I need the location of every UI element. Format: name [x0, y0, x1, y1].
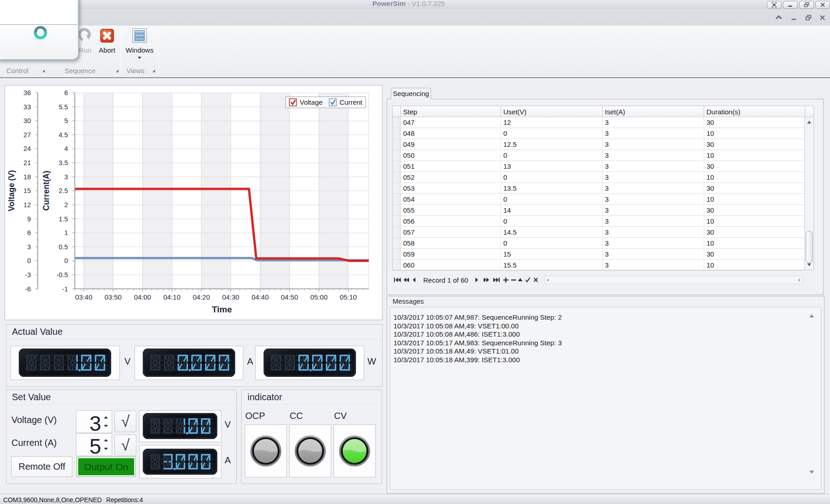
svg-text:05:10: 05:10 [340, 293, 357, 301]
svg-text:5.5: 5.5 [59, 103, 68, 111]
svg-text:1: 1 [64, 229, 68, 236]
svg-text:0: 0 [64, 257, 68, 264]
svg-text:21: 21 [23, 159, 31, 166]
svg-text:15: 15 [23, 187, 31, 194]
svg-text:-6: -6 [25, 285, 31, 293]
svg-text:3.5: 3.5 [59, 159, 68, 166]
svg-text:3: 3 [27, 243, 31, 251]
svg-text:9: 9 [27, 215, 31, 223]
svg-text:04:00: 04:00 [134, 293, 151, 301]
svg-text:33: 33 [23, 103, 31, 111]
svg-text:04:10: 04:10 [163, 293, 181, 301]
svg-text:05:00: 05:00 [310, 293, 328, 301]
svg-text:5: 5 [64, 117, 68, 124]
svg-text:12: 12 [23, 201, 31, 209]
svg-text:24: 24 [23, 145, 31, 152]
svg-text:Current: Current [340, 98, 363, 106]
svg-text:04:50: 04:50 [281, 293, 298, 301]
svg-text:Voltage: Voltage [300, 98, 323, 106]
svg-text:03:50: 03:50 [104, 293, 122, 301]
svg-text:03:40: 03:40 [75, 293, 92, 301]
svg-text:1.5: 1.5 [59, 215, 68, 223]
svg-text:30: 30 [23, 117, 31, 124]
svg-text:0.5: 0.5 [59, 243, 68, 251]
svg-text:27: 27 [23, 131, 31, 139]
svg-text:-0.5: -0.5 [57, 271, 68, 279]
svg-text:2: 2 [64, 201, 68, 209]
svg-text:36: 36 [23, 89, 31, 97]
svg-text:04:20: 04:20 [193, 293, 210, 301]
svg-text:4: 4 [64, 145, 68, 152]
svg-text:Current(A): Current(A) [42, 171, 51, 211]
svg-text:6: 6 [27, 229, 31, 236]
svg-text:Time: Time [212, 305, 232, 314]
svg-text:4.5: 4.5 [59, 131, 68, 139]
svg-text:-3: -3 [25, 271, 31, 279]
svg-text:18: 18 [23, 173, 31, 181]
svg-text:04:40: 04:40 [252, 293, 269, 301]
svg-text:3: 3 [64, 173, 68, 181]
svg-text:0: 0 [27, 257, 31, 264]
svg-text:Voltage (V): Voltage (V) [7, 170, 16, 211]
svg-text:6: 6 [64, 89, 68, 97]
svg-text:-1: -1 [62, 285, 68, 293]
svg-text:04:30: 04:30 [222, 293, 239, 301]
svg-text:2.5: 2.5 [59, 187, 68, 194]
